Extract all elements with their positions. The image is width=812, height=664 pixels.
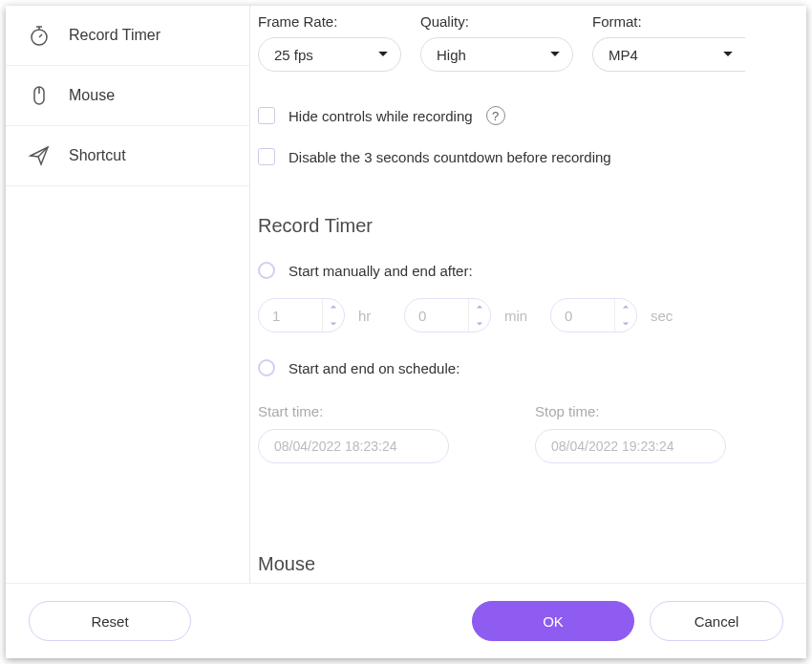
seconds-down[interactable]	[615, 315, 636, 332]
stop-time-input[interactable]: 08/04/2022 19:23:24	[535, 429, 726, 463]
seconds-stepper	[614, 298, 636, 332]
sidebar-item-shortcut[interactable]: Shortcut	[6, 126, 249, 186]
dialog-footer: Reset OK Cancel	[6, 583, 806, 658]
recording-options: Hide controls while recording ? Disable …	[250, 72, 806, 177]
seconds-spinner[interactable]: 0	[550, 298, 637, 332]
output-settings-row: Frame Rate: 25 fps Quality: High Format:	[250, 13, 806, 72]
quality-field: Quality: High	[420, 13, 573, 72]
manual-radio[interactable]	[258, 262, 275, 279]
chevron-down-icon	[549, 47, 561, 63]
stop-time-col: Stop time: 08/04/2022 19:23:24	[535, 403, 726, 463]
hours-stepper	[322, 298, 344, 332]
hide-controls-checkbox[interactable]	[258, 107, 275, 124]
stop-time-label: Stop time:	[535, 403, 726, 419]
frame-rate-value: 25 fps	[274, 47, 313, 63]
format-select[interactable]: MP4	[592, 37, 745, 72]
help-icon[interactable]: ?	[486, 106, 505, 125]
mouse-icon	[27, 83, 52, 108]
manual-radio-label: Start manually and end after:	[288, 263, 473, 279]
frame-rate-label: Frame Rate:	[258, 13, 401, 30]
start-time-value: 08/04/2022 18:23:24	[274, 439, 396, 454]
hours-down[interactable]	[323, 315, 344, 332]
ok-button-label: OK	[543, 613, 564, 630]
sidebar-item-mouse[interactable]: Mouse	[6, 66, 249, 126]
seconds-up[interactable]	[615, 298, 636, 315]
schedule-radio-row: Start and end on schedule:	[250, 346, 806, 390]
sidebar-list: Record Timer Mouse Shortcut	[6, 6, 249, 583]
ok-button[interactable]: OK	[472, 601, 634, 641]
record-timer-title: Record Timer	[250, 177, 806, 248]
schedule-radio-label: Start and end on schedule:	[288, 360, 459, 376]
format-field: Format: MP4	[592, 13, 745, 72]
frame-rate-select[interactable]: 25 fps	[258, 37, 401, 72]
main-area: Record Timer Mouse Shortcut	[6, 6, 806, 583]
hours-value: 1	[259, 308, 322, 324]
mouse-section-title: Mouse	[250, 477, 806, 583]
hide-controls-label: Hide controls while recording	[288, 108, 473, 124]
start-time-col: Start time: 08/04/2022 18:23:24	[258, 403, 449, 463]
cancel-button[interactable]: Cancel	[650, 601, 783, 641]
reset-button[interactable]: Reset	[29, 601, 191, 641]
disable-countdown-row: Disable the 3 seconds countdown before r…	[258, 137, 799, 177]
schedule-times-row: Start time: 08/04/2022 18:23:24 Stop tim…	[250, 390, 806, 477]
chevron-down-icon	[722, 47, 734, 63]
hours-spinner[interactable]: 1	[258, 298, 345, 332]
settings-dialog: Record Timer Mouse Shortcut	[6, 6, 806, 658]
minutes-stepper	[468, 298, 490, 332]
quality-value: High	[437, 47, 466, 63]
duration-row: 1 hr 0 min 0	[250, 292, 806, 346]
content-panel: Frame Rate: 25 fps Quality: High Format:	[250, 6, 806, 583]
stop-time-value: 08/04/2022 19:23:24	[551, 439, 673, 454]
minutes-down[interactable]	[469, 315, 490, 332]
cancel-button-label: Cancel	[694, 613, 739, 630]
minutes-unit: min	[504, 308, 537, 324]
chevron-down-icon	[377, 47, 389, 63]
start-time-label: Start time:	[258, 403, 449, 419]
minutes-value: 0	[405, 308, 468, 324]
manual-radio-row: Start manually and end after:	[250, 248, 806, 292]
sidebar-item-label: Mouse	[69, 87, 115, 104]
hours-unit: hr	[358, 308, 391, 324]
format-label: Format:	[592, 13, 745, 30]
paper-plane-icon	[27, 143, 52, 168]
seconds-unit: sec	[651, 308, 683, 324]
sidebar: Record Timer Mouse Shortcut	[6, 6, 250, 583]
schedule-radio[interactable]	[258, 359, 275, 376]
stopwatch-icon	[27, 23, 52, 48]
sidebar-item-record-timer[interactable]: Record Timer	[6, 6, 249, 66]
minutes-up[interactable]	[469, 298, 490, 315]
disable-countdown-checkbox[interactable]	[258, 148, 275, 165]
sidebar-item-label: Shortcut	[69, 147, 126, 164]
quality-select[interactable]: High	[420, 37, 573, 72]
hide-controls-row: Hide controls while recording ?	[258, 95, 799, 137]
quality-label: Quality:	[420, 13, 573, 30]
disable-countdown-label: Disable the 3 seconds countdown before r…	[288, 149, 611, 165]
start-time-input[interactable]: 08/04/2022 18:23:24	[258, 429, 449, 463]
seconds-value: 0	[551, 308, 614, 324]
frame-rate-field: Frame Rate: 25 fps	[258, 13, 401, 72]
format-value: MP4	[609, 47, 638, 63]
hours-up[interactable]	[323, 298, 344, 315]
reset-button-label: Reset	[91, 613, 128, 630]
minutes-spinner[interactable]: 0	[404, 298, 491, 332]
sidebar-item-label: Record Timer	[69, 27, 160, 44]
